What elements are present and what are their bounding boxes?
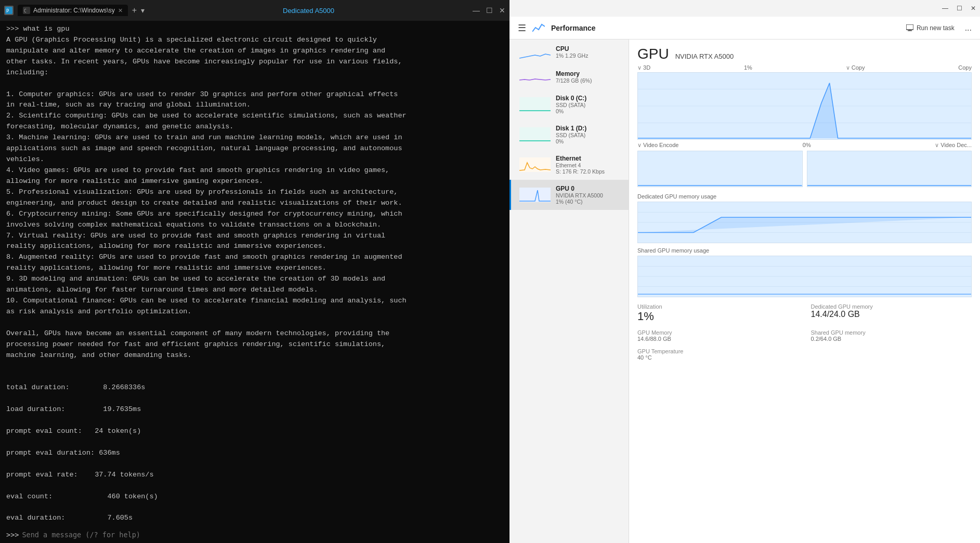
terminal-body: >>> what is gpu A GPU (Graphics Processi… — [0, 21, 509, 528]
stat-eval-dur-line: eval duration: 7.605s — [6, 502, 503, 524]
svg-text:C: C — [24, 9, 27, 14]
stat-prompt-eval-rate-line: prompt eval rate: 37.74 tokens/s — [6, 459, 503, 481]
sidebar-item-gpu0[interactable]: GPU 0 NVIDIA RTX A5000 1% (40 °C) — [509, 180, 629, 210]
memory-item-sub: 7/128 GB (6%) — [556, 77, 620, 84]
chart-copy-val: Copy — [958, 64, 972, 71]
shared-gpu-memory-val: 0.2/64.0 GB — [811, 336, 972, 342]
gpu0-item-name: GPU 0 — [556, 185, 620, 192]
stat-total-dur-label: total duration: — [6, 383, 70, 391]
shared-memory-block: Shared GPU memory 0.2/64.0 GB — [811, 329, 972, 342]
utilization-label: Utilization — [637, 303, 799, 310]
stat-eval-rate-line: eval rate: 60.49 tokens/s ollama run lla… — [6, 524, 503, 528]
stats-block: total duration: 8.2668336s — [6, 372, 503, 394]
terminal-input[interactable] — [22, 531, 503, 539]
stat-load-line: load duration: 19.7635ms — [6, 393, 503, 415]
sidebar-item-cpu[interactable]: CPU 1% 1.29 GHz — [509, 39, 629, 64]
disk1-item-name: Disk 1 (D:) — [556, 125, 620, 132]
dedicated-gpu-memory-label: Dedicated GPU memory — [811, 303, 972, 310]
sidebar-item-disk1[interactable]: Disk 1 (D:) SSD (SATA) 0% — [509, 120, 629, 150]
ethernet-item-name: Ethernet — [556, 155, 620, 162]
dedicated-memory-block: Dedicated GPU memory 14.4/24.0 GB — [811, 303, 972, 323]
dedicated-memory-chart — [637, 202, 972, 243]
utilization-val: 1% — [637, 310, 799, 323]
sidebar-item-memory[interactable]: Memory 7/128 GB (6%) — [509, 64, 629, 89]
gpu0-mini-chart — [519, 188, 551, 202]
stats-grid: Utilization 1% Dedicated GPU memory 14.4… — [637, 303, 972, 361]
gpu-main-chart — [637, 72, 972, 140]
terminal-window: P C Administrator: C:\Windows\sy ✕ + ▾ D… — [0, 0, 509, 543]
run-new-task-icon — [906, 24, 913, 32]
maximize-button[interactable]: ☐ — [486, 6, 493, 15]
task-manager-window: — ☐ ✕ ☰ Performance Run new task ... — [509, 0, 980, 543]
disk1-item-text: Disk 1 (D:) SSD (SATA) 0% — [556, 125, 620, 144]
disk0-item-text: Disk 0 (C:) SSD (SATA) 0% — [556, 95, 620, 114]
taskmgr-close[interactable]: ✕ — [971, 5, 976, 12]
stat-per-val: 37.74 tokens/s — [95, 471, 153, 479]
taskmgr-content: CPU 1% 1.29 GHz Memory 7/128 GB (6%) — [509, 39, 980, 543]
disk1-item-sub2: 0% — [556, 138, 620, 144]
ethernet-item-text: Ethernet Ethernet 4 S: 176 R: 72.0 Kbps — [556, 155, 620, 175]
disk0-item-sub: SSD (SATA) — [556, 102, 620, 108]
gpu-title: GPU — [637, 46, 669, 62]
terminal-tab-icon: P — [4, 6, 14, 15]
taskmgr-toolbar: ☰ Performance Run new task ... — [509, 17, 980, 39]
cpu-item-text: CPU 1% 1.29 GHz — [556, 45, 620, 59]
video-encode-pct: 0% — [803, 142, 811, 149]
chart-3d-label: ∨ 3D — [637, 64, 650, 71]
taskmgr-maximize[interactable]: ☐ — [957, 5, 962, 12]
gpu-memory-val: 14.6/88.0 GB — [637, 336, 799, 342]
disk0-mini-chart — [519, 97, 551, 112]
stat-pec-label: prompt eval count: — [6, 427, 82, 435]
stat-ped-label: prompt eval duration: — [6, 449, 95, 457]
hamburger-menu-icon[interactable]: ☰ — [518, 22, 526, 34]
chart-3d-pct: 1% — [744, 64, 752, 71]
stat-pec-val: 24 token(s) — [95, 427, 141, 435]
shared-gpu-memory-label: Shared GPU memory — [811, 329, 972, 336]
terminal-tab[interactable]: C Administrator: C:\Windows\sy ✕ — [18, 5, 128, 16]
stat-prompt-eval-dur-line: prompt eval duration: 636ms — [6, 437, 503, 459]
sidebar-item-ethernet[interactable]: Ethernet Ethernet 4 S: 176 R: 72.0 Kbps — [509, 150, 629, 180]
sidebar-item-disk0[interactable]: Disk 0 (C:) SSD (SATA) 0% — [509, 89, 629, 120]
ethernet-item-sub2: S: 176 R: 72.0 Kbps — [556, 168, 620, 175]
terminal-tab-close[interactable]: ✕ — [118, 7, 123, 14]
terminal-window-title: Dedicated A5000 — [149, 7, 468, 15]
taskmgr-minimize[interactable]: — — [942, 5, 948, 12]
disk0-item-name: Disk 0 (C:) — [556, 95, 620, 102]
run-new-task-button[interactable]: Run new task — [902, 22, 959, 34]
cpu-item-sub: 1% 1.29 GHz — [556, 52, 620, 59]
gpu-header-row: GPU NVIDIA RTX A5000 — [637, 46, 972, 62]
stat-prompt-count-line: prompt eval count: 24 token(s) — [6, 415, 503, 437]
disk1-mini-chart — [519, 127, 551, 142]
utilization-block: Utilization 1% — [637, 303, 799, 323]
taskmgr-main: GPU NVIDIA RTX A5000 ∨ 3D 1% ∨ Copy Copy — [629, 39, 980, 543]
svg-rect-15 — [638, 151, 802, 187]
disk0-item-sub2: 0% — [556, 108, 620, 114]
ethernet-item-sub: Ethernet 4 — [556, 162, 620, 168]
temp-label: GPU Temperature — [637, 348, 799, 354]
stat-ped-val: 636ms — [99, 449, 120, 457]
temperature-block: GPU Temperature 40 °C — [637, 348, 799, 361]
stat-per-label: prompt eval rate: — [6, 471, 78, 479]
gpu-sub-charts — [637, 151, 972, 187]
stat-ed-label: eval duration: — [6, 514, 65, 522]
add-tab-button[interactable]: + — [132, 6, 137, 15]
shared-memory-chart — [637, 256, 972, 297]
command-text: what is gpu — [23, 25, 69, 33]
more-options-button[interactable]: ... — [965, 23, 972, 33]
taskmgr-title: Performance — [551, 24, 896, 32]
close-button[interactable]: ✕ — [499, 6, 505, 15]
dedicated-memory-label: Dedicated GPU memory usage — [637, 193, 972, 200]
dropdown-button[interactable]: ▾ — [141, 6, 145, 15]
memory-mini-chart — [519, 70, 551, 84]
cpu-mini-chart — [519, 45, 551, 59]
svg-text:P: P — [6, 8, 9, 14]
performance-icon — [532, 23, 545, 33]
stat-eval-count-line: eval count: 460 token(s) — [6, 481, 503, 502]
memory-item-name: Memory — [556, 70, 620, 77]
prompt-line-1: >>> what is gpu — [6, 24, 503, 35]
terminal-titlebar: P C Administrator: C:\Windows\sy ✕ + ▾ D… — [0, 0, 509, 21]
temp-val: 40 °C — [637, 354, 799, 361]
stat-total-dur-val: 8.2668336s — [103, 383, 145, 391]
minimize-button[interactable]: — — [473, 6, 480, 15]
input-prompt-symbol: >>> — [6, 531, 19, 539]
